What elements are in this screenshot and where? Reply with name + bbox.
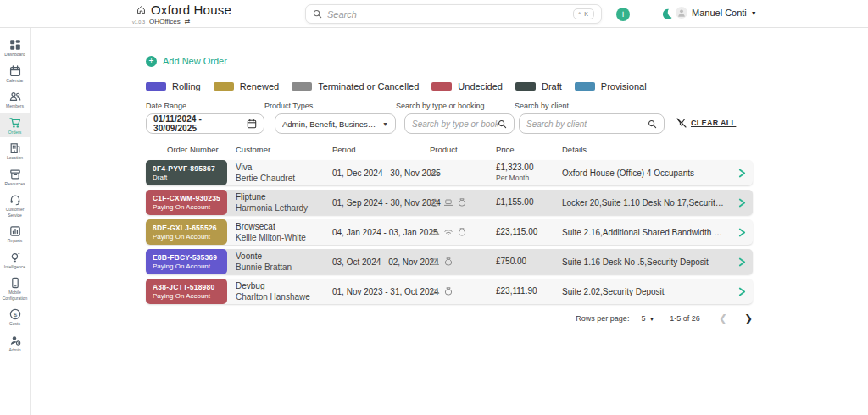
sidebar-item-label: Costs — [9, 321, 20, 327]
sidebar-item-reports[interactable]: Reports — [0, 222, 30, 246]
chevron-right-icon[interactable]: ❯ — [744, 313, 753, 324]
order-status: Paying On Account — [153, 233, 227, 241]
product-icons — [428, 227, 496, 237]
order-row[interactable]: C1F-CXWM-930235 Paying On Account Fliptu… — [146, 190, 753, 215]
date-range-filter: Date Range 01/11/2024 - 30/09/2025 — [146, 102, 264, 134]
product-icons — [428, 286, 496, 296]
dark-mode-toggle[interactable] — [660, 8, 673, 20]
page-title: Oxford House — [151, 3, 231, 17]
search-client-filter: Search by client — [515, 102, 665, 134]
sidebar-item-mobile-configuration[interactable]: Mobile Configuration — [0, 274, 30, 303]
costs-icon: $ — [9, 308, 21, 320]
sidebar-item-admin[interactable]: Admin — [0, 331, 30, 356]
search-client-box — [519, 113, 665, 134]
sidebar-item-label: Orders — [8, 130, 21, 136]
customer-contact: Bertie Chaudret — [236, 173, 331, 184]
sidebar-item-customer-service[interactable]: Customer Service — [0, 191, 30, 220]
sidebar-item-label: Admin — [8, 347, 20, 353]
row-expand-button[interactable] — [731, 169, 753, 178]
price-value: £1,155.00 — [496, 197, 562, 208]
order-number: 0F4-PYVF-895367 — [153, 164, 227, 173]
calendar-icon[interactable] — [247, 119, 257, 129]
price-cell: £1,323.00 Per Month — [496, 163, 562, 182]
members-icon — [9, 91, 21, 102]
sidebar-item-label: Members — [6, 103, 24, 109]
sidebar-item-label: Dashboard — [4, 52, 25, 58]
product-icons — [428, 197, 496, 208]
clear-all-button[interactable]: CLEAR ALL — [676, 118, 736, 128]
sidebar-item-intelligence[interactable]: Intelligence — [0, 248, 30, 273]
orders-icon — [9, 117, 21, 129]
keyboard-shortcut-chip: ^ K — [573, 8, 594, 19]
chevron-left-icon[interactable]: ❮ — [719, 313, 727, 324]
column-period: Period — [331, 145, 428, 154]
filter-bar: Date Range 01/11/2024 - 30/09/2025 Produ… — [146, 102, 868, 134]
global-search[interactable]: ^ K — [305, 4, 602, 24]
add-new-order-button[interactable]: + Add New Order — [146, 56, 227, 67]
price-value: £750.00 — [496, 257, 562, 268]
sidebar-item-costs[interactable]: $ Costs — [0, 305, 30, 329]
search-input[interactable] — [327, 9, 573, 19]
office-icon — [430, 168, 440, 178]
order-status-badge: 0F4-PYVF-895367 Draft — [146, 160, 227, 185]
sidebar-item-dashboard[interactable]: Dashboard — [0, 36, 30, 60]
sidebar-item-label: Reports — [8, 238, 23, 244]
caret-down-icon: ▼ — [751, 10, 757, 16]
pagination: Rows per page: 5 ▼ 1-5 of 26 ❮ ❯ — [146, 313, 753, 324]
sidebar-item-label: Intelligence — [4, 264, 25, 270]
deposit-icon — [457, 227, 467, 237]
date-range-input[interactable]: 01/11/2024 - 30/09/2025 — [146, 113, 264, 134]
orders-page: + Add New Order Rolling Renewed Terminat… — [31, 28, 868, 415]
row-expand-button[interactable] — [731, 198, 753, 208]
search-client-input[interactable] — [526, 119, 648, 129]
intelligence-icon — [9, 252, 21, 263]
legend-item: Rolling — [146, 81, 201, 91]
period-cell: 01, Nov 2023 - 31, Oct 2024 — [331, 287, 428, 296]
legend-label: Rolling — [172, 81, 201, 91]
sidebar-item-location[interactable]: Location — [0, 139, 30, 163]
sidebar-item-members[interactable]: Members — [0, 87, 30, 112]
swap-icon[interactable]: ⇄ — [185, 18, 191, 25]
status-legend: Rolling Renewed Terminated or Cancelled … — [146, 81, 868, 91]
order-row[interactable]: 0F4-PYVF-895367 Draft Viva Bertie Chaudr… — [146, 160, 753, 185]
order-row[interactable]: E8B-FBCY-535369 Paying On Account Voonte… — [146, 249, 753, 274]
sidebar-item-resources[interactable]: Resources — [0, 165, 30, 190]
order-row[interactable]: 8DE-GXLJ-655526 Paying On Account Browse… — [146, 219, 753, 245]
order-status-badge: 8DE-GXLJ-655526 Paying On Account — [146, 219, 227, 245]
dropdown-caret-icon: ▼ — [648, 316, 654, 322]
deposit-icon — [457, 197, 467, 208]
row-expand-button[interactable] — [731, 287, 753, 296]
search-type-input[interactable] — [412, 119, 498, 129]
legend-item: Terminated or Cancelled — [292, 81, 419, 91]
brand: Oxford House v1.0.3 OHOffices ⇄ — [132, 3, 231, 25]
price-cell: £1,155.00 — [496, 197, 562, 208]
order-row[interactable]: A38-JCTT-518980 Paying On Account Devbug… — [146, 279, 753, 304]
sidebar-item-label: Mobile Configuration — [1, 290, 29, 301]
sidebar-item-orders[interactable]: Orders — [0, 113, 30, 138]
legend-color-chip — [575, 82, 595, 91]
customer-cell: Voonte Bunnie Brattan — [227, 251, 331, 273]
sidebar-item-calendar[interactable]: Calendar — [0, 62, 30, 86]
row-expand-button[interactable] — [731, 228, 753, 237]
order-status: Paying On Account — [153, 263, 227, 270]
legend-item: Undecided — [431, 81, 503, 91]
rows-per-page-select[interactable]: 5 ▼ — [641, 314, 654, 323]
search-type-box — [404, 113, 515, 134]
add-button[interactable]: + — [616, 8, 630, 21]
date-range-label: Date Range — [146, 102, 264, 110]
customer-cell: Browsecat Kellie Milton-White — [227, 221, 331, 243]
deposit-icon — [443, 257, 453, 267]
product-types-select[interactable]: Admin, Benefit, BusinessLoun... ▼ — [275, 113, 396, 134]
order-status-badge: E8B-FBCY-535369 Paying On Account — [146, 249, 227, 274]
table-header: Order Number Customer Period Product Pri… — [146, 145, 753, 154]
row-expand-button[interactable] — [731, 257, 753, 267]
user-menu[interactable]: Manuel Conti ▼ — [676, 7, 757, 19]
reports-icon — [9, 225, 21, 237]
customer-cell: Fliptune Harmonia Lethardy — [227, 191, 331, 213]
customer-contact: Bunnie Brattan — [236, 262, 331, 273]
home-icon[interactable] — [136, 5, 146, 14]
column-price: Price — [496, 145, 562, 154]
sidebar: Dashboard Calendar Members Orders Locati… — [0, 28, 31, 415]
legend-color-chip — [515, 82, 536, 91]
app-version: v1.0.3 — [132, 19, 145, 25]
